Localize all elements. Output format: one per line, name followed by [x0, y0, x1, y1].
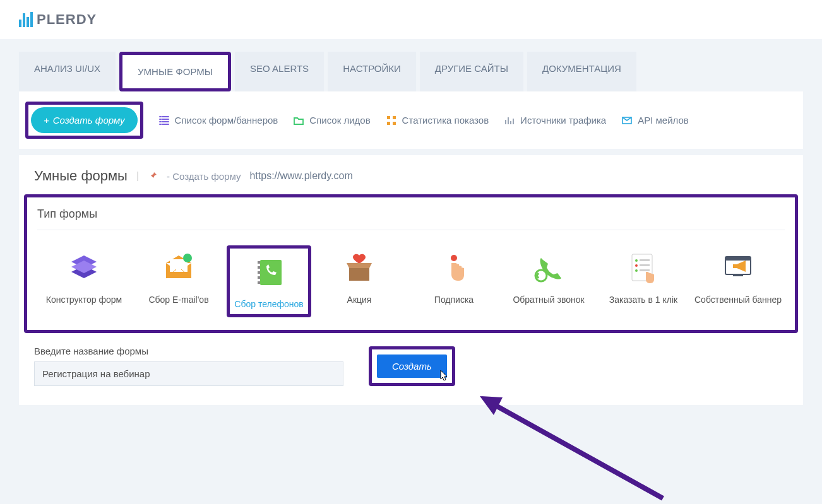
pin-icon	[148, 171, 158, 181]
tab-analysis[interactable]: АНАЛИЗ UI/UX	[19, 52, 116, 91]
breadcrumb: - Создать форму	[167, 171, 241, 182]
logo-text: PLERDY	[37, 11, 97, 28]
create-button-label: Создать	[392, 361, 432, 372]
type-label: Сбор телефонов	[234, 299, 304, 309]
toolbar-leads-list[interactable]: Список лидов	[293, 115, 370, 126]
list-icon	[158, 115, 170, 126]
type-label: Заказать в 1 клік	[599, 295, 688, 305]
form-type-section: Тип формы Конструктор форм Сбор E-mail'о…	[24, 194, 798, 333]
cursor-icon	[439, 369, 451, 382]
layers-icon	[65, 249, 103, 287]
main-tabs: АНАЛИЗ UI/UX УМНЫЕ ФОРМЫ SEO ALERTS НАСТ…	[19, 52, 803, 91]
form-name-area: Введите название формы Создать	[21, 333, 801, 386]
tab-smart-forms[interactable]: УМНЫЕ ФОРМЫ	[122, 55, 228, 88]
type-constructor[interactable]: Конструктор форм	[37, 245, 131, 317]
page-title: Умные формы	[34, 168, 128, 184]
form-type-title: Тип формы	[37, 204, 785, 230]
form-name-input[interactable]	[34, 361, 343, 386]
svg-rect-18	[640, 259, 650, 261]
page-header: Умные формы | - Создать форму https://ww…	[21, 168, 801, 194]
svg-rect-9	[258, 266, 260, 269]
page-url: https://www.plerdy.com	[249, 170, 352, 182]
toolbar-traffic[interactable]: Источники трафика	[504, 115, 606, 126]
logo-icon	[19, 12, 33, 27]
annotation-arrow	[480, 391, 669, 424]
grid-icon	[386, 115, 397, 126]
type-label: Акция	[315, 295, 403, 305]
toolbar-item-label: Источники трафика	[520, 115, 606, 126]
svg-point-6	[183, 254, 192, 262]
type-own-banner[interactable]: Собственный баннер	[691, 245, 785, 317]
type-email[interactable]: Сбор E-mail'ов	[132, 245, 225, 317]
plus-icon: +	[44, 115, 49, 126]
highlight-tab: УМНЫЕ ФОРМЫ	[119, 52, 231, 91]
separator: |	[136, 170, 139, 182]
create-form-label: Создать форму	[53, 115, 125, 126]
toolbar-forms-list[interactable]: Список форм/баннеров	[158, 115, 278, 126]
box-heart-icon	[340, 249, 378, 287]
tab-docs[interactable]: ДОКУМЕНТАЦИЯ	[527, 52, 636, 91]
toolbar-item-label: API мейлов	[638, 115, 689, 126]
type-label: Конструктор форм	[40, 295, 128, 305]
svg-rect-25	[733, 264, 737, 268]
form-type-grid: Конструктор форм Сбор E-mail'ов Сбор тел…	[37, 245, 785, 317]
tab-seo-alerts[interactable]: SEO ALERTS	[235, 52, 324, 91]
header: PLERDY	[0, 0, 822, 39]
svg-point-21	[635, 269, 638, 272]
type-subscribe[interactable]: Подписка	[407, 245, 501, 317]
callback-icon	[530, 249, 568, 287]
toolbar-stats[interactable]: Статистика показов	[386, 115, 489, 126]
svg-rect-2	[387, 122, 390, 125]
svg-rect-12	[258, 281, 260, 284]
tab-other-sites[interactable]: ДРУГИЕ САЙТЫ	[420, 52, 523, 91]
type-label: Собственный баннер	[694, 295, 782, 305]
svg-point-19	[635, 264, 638, 267]
svg-point-14	[451, 255, 457, 261]
envelope-icon	[160, 249, 198, 287]
svg-rect-0	[387, 116, 390, 119]
highlight-type-phone: Сбор телефонов	[227, 245, 311, 317]
svg-rect-8	[258, 261, 260, 264]
svg-line-27	[492, 404, 663, 424]
type-order-1click[interactable]: Заказать в 1 клік	[597, 245, 690, 317]
click-hand-icon	[435, 249, 473, 287]
create-form-button[interactable]: + Создать форму	[31, 107, 138, 133]
type-label: Обратный звонок	[504, 295, 593, 305]
svg-rect-24	[725, 257, 751, 261]
tab-settings[interactable]: НАСТРОЙКИ	[328, 52, 416, 91]
svg-rect-3	[393, 122, 396, 125]
svg-rect-20	[640, 264, 650, 266]
svg-rect-1	[393, 116, 396, 119]
svg-rect-26	[733, 274, 743, 276]
logo[interactable]: PLERDY	[19, 11, 803, 28]
svg-rect-10	[258, 271, 260, 274]
type-phone[interactable]: Сбор телефонов	[231, 250, 307, 313]
megaphone-screen-icon	[719, 249, 757, 287]
page-area: Умные формы | - Создать форму https://ww…	[19, 155, 803, 405]
mail-icon	[621, 115, 633, 126]
toolbar-item-label: Список лидов	[309, 115, 370, 126]
svg-rect-11	[258, 276, 260, 279]
type-promo[interactable]: Акция	[313, 245, 406, 317]
toolbar: + Создать форму Список форм/баннеров Спи…	[19, 91, 803, 149]
create-button[interactable]: Создать	[377, 355, 447, 378]
phonebook-icon	[250, 254, 288, 291]
form-name-label: Введите название формы	[34, 346, 343, 356]
checklist-icon	[624, 249, 662, 287]
type-label: Сбор E-mail'ов	[134, 295, 223, 305]
chart-icon	[504, 115, 515, 126]
toolbar-item-label: Список форм/баннеров	[175, 115, 278, 126]
svg-point-17	[635, 259, 638, 262]
toolbar-api-mail[interactable]: API мейлов	[621, 115, 689, 126]
type-callback[interactable]: Обратный звонок	[502, 245, 595, 317]
highlight-create-button: Создать	[369, 346, 455, 386]
toolbar-item-label: Статистика показов	[402, 115, 489, 126]
highlight-create-form: + Создать форму	[25, 102, 143, 139]
folder-icon	[293, 115, 304, 126]
svg-rect-22	[640, 269, 650, 271]
type-label: Подписка	[410, 295, 498, 305]
